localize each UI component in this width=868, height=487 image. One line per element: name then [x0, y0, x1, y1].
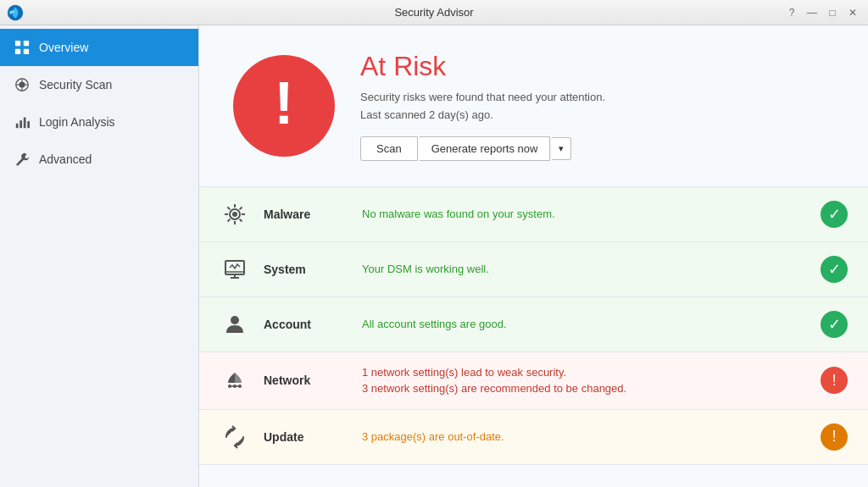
hero-section: ! At Risk Security risks were found that… — [199, 25, 868, 187]
desc-line2: Last scanned 2 day(s) ago. — [360, 108, 493, 121]
window-controls: ? — □ ✕ — [783, 4, 861, 21]
system-icon — [220, 254, 250, 285]
svg-rect-1 — [15, 41, 20, 46]
network-status: ! — [821, 367, 848, 394]
sidebar-item-login-analysis[interactable]: Login Analysis — [0, 103, 198, 141]
account-item: Account All account settings are good. ✓ — [199, 297, 868, 352]
svg-line-21 — [228, 219, 231, 221]
svg-rect-10 — [19, 120, 22, 128]
sidebar: Overview Security Scan — [0, 25, 199, 487]
hero-actions: Scan Generate reports now ▾ — [360, 136, 834, 161]
close-button[interactable]: ✕ — [844, 4, 861, 21]
system-item: System Your DSM is working well. ✓ — [199, 242, 868, 297]
network-item: Network 1 network setting(s) lead to wea… — [199, 352, 868, 410]
svg-rect-4 — [24, 49, 29, 54]
security-items-list: Malware No malware was found on your sys… — [199, 187, 868, 487]
help-button[interactable]: ? — [783, 4, 800, 21]
hero-text: At Risk Security risks were found that n… — [360, 51, 834, 161]
titlebar: Security Advisor ? — □ ✕ — [0, 0, 868, 25]
account-description: All account settings are good. — [362, 316, 807, 333]
sidebar-item-advanced[interactable]: Advanced — [0, 141, 198, 178]
shield-icon — [14, 76, 31, 93]
update-status: ! — [821, 423, 848, 451]
malware-status: ✓ — [821, 201, 848, 228]
svg-line-18 — [228, 207, 231, 209]
malware-description: No malware was found on your system. — [362, 206, 807, 223]
svg-rect-12 — [27, 121, 30, 128]
svg-rect-3 — [15, 49, 20, 54]
malware-name: Malware — [264, 208, 348, 221]
network-icon — [220, 365, 250, 396]
svg-line-19 — [240, 219, 242, 221]
maximize-button[interactable]: □ — [824, 4, 841, 21]
svg-point-22 — [232, 212, 237, 217]
status-title: At Risk — [360, 51, 834, 82]
network-description: 1 network setting(s) lead to weak securi… — [362, 364, 807, 397]
malware-icon — [220, 199, 250, 230]
chart-icon — [14, 113, 31, 130]
svg-rect-2 — [24, 41, 29, 46]
generate-reports-button[interactable]: Generate reports now — [420, 136, 551, 161]
svg-point-28 — [231, 316, 239, 324]
minimize-button[interactable]: — — [804, 4, 821, 21]
exclamation-icon: ! — [274, 74, 293, 133]
account-name: Account — [264, 318, 348, 331]
system-name: System — [264, 263, 348, 276]
hero-description: Security risks were found that need your… — [360, 89, 834, 125]
app-logo — [7, 4, 24, 21]
system-status: ✓ — [821, 256, 848, 283]
overview-label: Overview — [39, 41, 88, 54]
scan-button[interactable]: Scan — [360, 136, 418, 161]
svg-rect-9 — [16, 124, 19, 128]
account-icon — [220, 309, 250, 340]
sidebar-item-overview[interactable]: Overview — [0, 29, 198, 66]
update-description: 3 package(s) are out-of-date. — [362, 429, 807, 445]
system-description: Your DSM is working well. — [362, 261, 807, 278]
generate-dropdown-button[interactable]: ▾ — [552, 137, 571, 160]
malware-item: Malware No malware was found on your sys… — [199, 187, 868, 242]
update-icon — [220, 422, 250, 452]
alert-circle: ! — [233, 55, 335, 157]
update-name: Update — [264, 430, 348, 444]
security-scan-label: Security Scan — [39, 78, 112, 91]
advanced-label: Advanced — [39, 152, 92, 166]
grid-icon — [14, 39, 31, 56]
network-name: Network — [264, 374, 348, 387]
account-status: ✓ — [821, 311, 848, 338]
login-analysis-label: Login Analysis — [39, 115, 115, 129]
window-title: Security Advisor — [394, 6, 473, 19]
svg-line-20 — [240, 207, 242, 209]
update-item: Update 3 package(s) are out-of-date. ! — [199, 410, 868, 465]
sidebar-item-security-scan[interactable]: Security Scan — [0, 66, 198, 103]
main-container: Overview Security Scan — [0, 25, 868, 487]
wrench-icon — [14, 151, 31, 168]
svg-rect-11 — [24, 118, 26, 129]
content-area: ! At Risk Security risks were found that… — [199, 25, 868, 487]
desc-line1: Security risks were found that need your… — [360, 91, 605, 103]
